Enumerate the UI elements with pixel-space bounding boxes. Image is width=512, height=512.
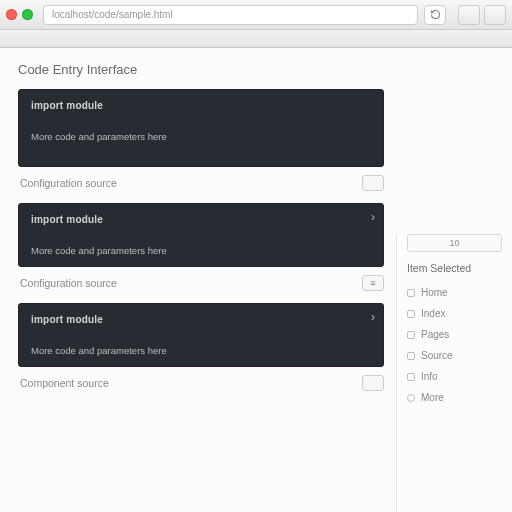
toolbar-button-2[interactable] bbox=[484, 5, 506, 25]
block-action-button[interactable] bbox=[362, 375, 384, 391]
sidebar-item[interactable]: More bbox=[407, 387, 502, 408]
code-block-2[interactable]: › import module More code and parameters… bbox=[18, 203, 384, 267]
code-block-1[interactable]: import module More code and parameters h… bbox=[18, 89, 384, 167]
toolbar-strip bbox=[0, 30, 512, 48]
code-block-3[interactable]: › import module More code and parameters… bbox=[18, 303, 384, 367]
toolbar-button-1[interactable] bbox=[458, 5, 480, 25]
chevron-right-icon[interactable]: › bbox=[371, 210, 375, 224]
main-column: Code Entry Interface import module More … bbox=[18, 62, 384, 512]
sidebar-item[interactable]: Source bbox=[407, 345, 502, 366]
block-caption-row: Component source bbox=[20, 375, 384, 391]
address-bar[interactable]: localhost/code/sample.html bbox=[43, 5, 418, 25]
sidebar-item-label: More bbox=[421, 392, 444, 403]
sidebar-item-label: Info bbox=[421, 371, 438, 382]
code-line: import module bbox=[31, 100, 371, 111]
block-action-button[interactable]: ≡ bbox=[362, 275, 384, 291]
address-text: localhost/code/sample.html bbox=[52, 9, 173, 20]
close-window-dot[interactable] bbox=[6, 9, 17, 20]
block-caption-row: Configuration source ≡ bbox=[20, 275, 384, 291]
traffic-lights bbox=[6, 9, 33, 20]
sidebar-title: Item Selected bbox=[407, 262, 502, 274]
block-caption: Configuration source bbox=[20, 277, 117, 289]
block-action-button[interactable] bbox=[362, 175, 384, 191]
sidebar-item[interactable]: Pages bbox=[407, 324, 502, 345]
page-title: Code Entry Interface bbox=[18, 62, 384, 77]
sidebar-item-label: Home bbox=[421, 287, 448, 298]
sidebar-item-label: Pages bbox=[421, 329, 449, 340]
sidebar-item-label: Source bbox=[421, 350, 453, 361]
code-line: More code and parameters here bbox=[31, 131, 371, 142]
zoom-window-dot[interactable] bbox=[22, 9, 33, 20]
chevron-right-icon[interactable]: › bbox=[371, 310, 375, 324]
sidebar-item[interactable]: Index bbox=[407, 303, 502, 324]
code-line: More code and parameters here bbox=[31, 245, 371, 256]
code-line: More code and parameters here bbox=[31, 345, 371, 356]
sidebar-item[interactable]: Info bbox=[407, 366, 502, 387]
sidebar-item-label: Index bbox=[421, 308, 445, 319]
window-titlebar: localhost/code/sample.html bbox=[0, 0, 512, 30]
sidebar-list: Home Index Pages Source Info More bbox=[407, 282, 502, 408]
reload-icon bbox=[430, 9, 441, 20]
page-body: Code Entry Interface import module More … bbox=[0, 48, 512, 512]
sidebar-item[interactable]: Home bbox=[407, 282, 502, 303]
code-line: import module bbox=[31, 314, 371, 325]
toolbar-right-buttons bbox=[458, 5, 506, 25]
code-line: import module bbox=[31, 214, 371, 225]
sidebar-pill[interactable]: 10 bbox=[407, 234, 502, 252]
block-caption-row: Configuration source bbox=[20, 175, 384, 191]
sidebar: 10 Item Selected Home Index Pages Source… bbox=[396, 234, 512, 512]
reload-button[interactable] bbox=[424, 5, 446, 25]
block-caption: Component source bbox=[20, 377, 109, 389]
block-caption: Configuration source bbox=[20, 177, 117, 189]
